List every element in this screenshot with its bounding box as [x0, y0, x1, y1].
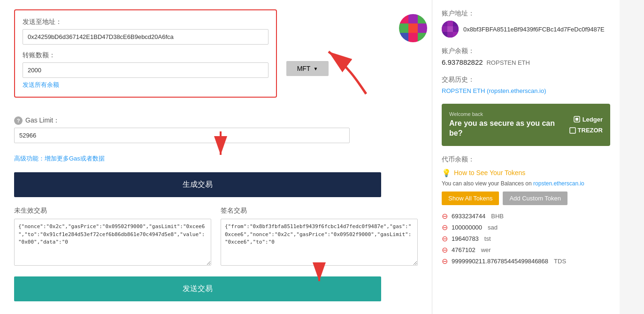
help-icon[interactable]: ?	[14, 116, 23, 125]
amount-input[interactable]	[23, 62, 268, 78]
security-banner: Welcome back Are you as secure as you ca…	[442, 104, 610, 146]
add-custom-token-button[interactable]: Add Custom Token	[503, 191, 567, 205]
token-list-item: ⊖ 19640783 tst	[442, 233, 610, 245]
signed-tx-title: 签名交易	[221, 207, 418, 215]
svg-rect-7	[408, 33, 418, 42]
balance-amount: 6.937882822	[442, 58, 483, 66]
svg-rect-18	[442, 32, 447, 38]
svg-rect-13	[447, 21, 453, 26]
token-list-item: ⊖ 100000000 sad	[442, 222, 610, 233]
etherscan-link[interactable]: ropsten.etherscan.io	[533, 180, 584, 187]
bulb-icon: 💡	[442, 168, 451, 177]
token-balance-label: 代币余额：	[442, 155, 610, 164]
unsigned-tx-title: 未生效交易	[14, 207, 211, 215]
generate-transaction-button[interactable]: 生成交易	[14, 172, 381, 197]
to-address-label: 发送至地址：	[23, 18, 268, 26]
token-amount: 19640783	[452, 235, 479, 242]
svg-rect-0	[399, 14, 408, 23]
token-symbol: BHB	[491, 213, 504, 220]
ledger-logo: Ledger	[573, 115, 603, 123]
token-amount: 6933234744	[452, 213, 485, 220]
svg-rect-8	[418, 33, 427, 42]
send-all-link[interactable]: 发送所有余额	[23, 81, 59, 89]
amount-label: 转账数额：	[23, 51, 268, 60]
svg-rect-4	[408, 23, 418, 33]
token-list-item: ⊖ 6933234744 BHB	[442, 211, 610, 222]
gas-limit-label: Gas Limit：	[25, 116, 60, 125]
balance-unit: ROPSTEN ETH	[486, 59, 529, 66]
svg-rect-23	[570, 128, 575, 133]
svg-rect-1	[408, 14, 418, 23]
signed-tx-textarea[interactable]: {"from":"0x8bf3fbfa8511ebf9439f6fcbc14d7…	[221, 219, 418, 266]
svg-rect-20	[453, 32, 459, 38]
to-address-input[interactable]	[23, 29, 268, 45]
svg-rect-14	[453, 21, 459, 26]
tx-history-link[interactable]: ROPSTEN ETH (ropsten.etherscan.io)	[442, 87, 546, 94]
trezor-logo: TREZOR	[569, 127, 603, 134]
remove-token-icon[interactable]: ⊖	[442, 224, 448, 231]
banner-headline: Are you as secure as you can be?	[449, 119, 569, 138]
balance-label: 账户余额：	[442, 47, 610, 55]
token-symbol: wer	[481, 246, 491, 253]
svg-rect-5	[418, 23, 427, 33]
svg-rect-19	[447, 32, 453, 38]
svg-rect-17	[453, 26, 459, 32]
avatar	[399, 14, 427, 42]
remove-token-icon[interactable]: ⊖	[442, 246, 448, 254]
banner-welcome: Welcome back	[449, 111, 569, 117]
unsigned-tx-textarea[interactable]: {"nonce":"0x2c","gasPrice":"0x09502f9000…	[14, 219, 211, 266]
remove-token-icon[interactable]: ⊖	[442, 258, 448, 265]
token-amount: 100000000	[452, 224, 482, 231]
token-symbol: sad	[488, 224, 498, 231]
advanced-link[interactable]: 高级功能：增加更多Gas或者数据	[14, 154, 105, 163]
svg-rect-2	[418, 14, 427, 23]
token-list: ⊖ 6933234744 BHB ⊖ 100000000 sad ⊖ 19640…	[442, 211, 610, 267]
view-balance-text: You can also view your Balances on ropst…	[442, 180, 610, 187]
token-amount: 4767102	[452, 246, 475, 253]
token-list-item: ⊖ 9999990211.876785445499846868 TDS	[442, 256, 610, 267]
show-all-tokens-button[interactable]: Show All Tokens	[442, 191, 499, 205]
tx-history-label: 交易历史：	[442, 76, 610, 84]
dropdown-arrow-icon: ▼	[313, 66, 318, 71]
token-list-item: ⊖ 4767102 wer	[442, 245, 610, 256]
how-to-link[interactable]: 💡 How to See Your Tokens	[442, 168, 610, 177]
svg-rect-6	[399, 33, 408, 42]
account-avatar	[442, 21, 459, 38]
account-address: 0x8bf3FBFA8511eBf9439f6FCBc14d7FeDc0f948…	[463, 26, 605, 33]
account-label: 账户地址：	[442, 9, 610, 18]
gas-limit-input[interactable]	[14, 128, 350, 143]
token-symbol: TDS	[554, 258, 566, 265]
remove-token-icon[interactable]: ⊖	[442, 213, 448, 220]
token-amount: 9999990211.876785445499846868	[452, 258, 548, 265]
svg-rect-12	[442, 21, 447, 26]
svg-rect-22	[575, 118, 578, 121]
token-select-label: MFT	[297, 65, 311, 72]
remove-token-icon[interactable]: ⊖	[442, 235, 448, 243]
sidebar: 账户地址： 0x8bf3FBFA8511eBf9439f	[432, 0, 620, 314]
svg-rect-16	[447, 26, 453, 32]
svg-rect-15	[442, 26, 447, 32]
token-select-button[interactable]: MFT ▼	[286, 61, 329, 76]
svg-rect-3	[399, 23, 408, 33]
send-transaction-button[interactable]: 发送交易	[14, 276, 381, 301]
token-symbol: tst	[484, 235, 491, 242]
